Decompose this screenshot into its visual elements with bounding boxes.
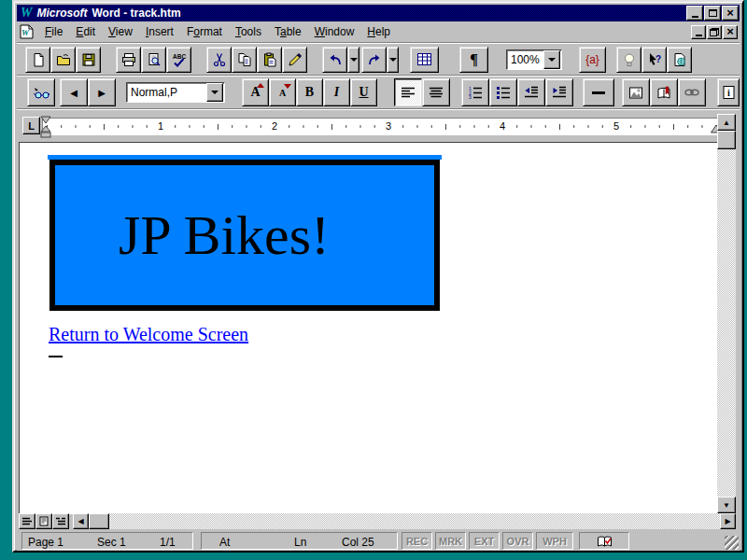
spelling-button[interactable]: ABC <box>166 47 191 73</box>
scroll-right-button[interactable]: ▶ <box>720 513 736 529</box>
document-page[interactable]: JP Bikes! Return to Welcome Screen <box>19 142 718 514</box>
bold-button[interactable]: B <box>296 78 323 106</box>
tip-bulb-icon <box>622 52 637 67</box>
minimize-button[interactable] <box>686 6 703 21</box>
redo-button[interactable] <box>361 47 387 73</box>
go-forward-button[interactable]: ▶ <box>88 78 116 106</box>
left-arrow-icon: ◀ <box>78 517 83 525</box>
horizontal-rule-button[interactable] <box>583 78 614 106</box>
chevron-down-icon <box>350 58 358 62</box>
mode-mrk[interactable]: MRK <box>435 532 466 550</box>
menu-file[interactable]: File <box>38 23 69 40</box>
menu-edit[interactable]: Edit <box>69 23 102 40</box>
horizontal-scroll-track[interactable] <box>109 513 720 529</box>
cut-button[interactable] <box>206 47 232 73</box>
html-markup-button[interactable]: {a} <box>579 47 606 73</box>
style-combobox[interactable]: Normal,P <box>126 82 225 103</box>
resize-grip[interactable] <box>725 536 739 550</box>
style-value: Normal,P <box>127 86 205 99</box>
doc-restore-icon <box>710 28 719 36</box>
mode-ext[interactable]: EXT <box>469 532 500 550</box>
copy-button[interactable] <box>232 47 257 73</box>
mode-wph[interactable]: WPH <box>536 532 573 550</box>
save-button[interactable] <box>76 47 101 73</box>
page-layout-view-button[interactable] <box>35 513 52 529</box>
bookmark-button[interactable] <box>650 78 678 106</box>
ruler-strip[interactable]: 12345 <box>42 118 722 135</box>
go-back-button[interactable]: ◀ <box>60 78 88 106</box>
open-button[interactable] <box>50 47 76 73</box>
mode-ovr[interactable]: OVR <box>502 532 533 550</box>
menu-table[interactable]: Table <box>268 23 308 40</box>
underline-button[interactable]: U <box>350 78 377 106</box>
doc-close-button[interactable]: × <box>723 25 738 39</box>
hyperlink-button[interactable] <box>678 78 706 106</box>
help-button[interactable]: ? <box>641 47 667 73</box>
indent-markers-icon[interactable] <box>39 116 52 140</box>
decrease-indent-button[interactable] <box>517 78 545 106</box>
undo-dropdown-button[interactable] <box>347 47 359 73</box>
ruler-inch-2: 2 <box>270 119 279 133</box>
style-dropdown-button[interactable] <box>206 83 223 102</box>
menu-format[interactable]: Format <box>180 23 229 40</box>
web-view-button[interactable] <box>27 78 55 106</box>
new-document-button[interactable] <box>25 47 50 73</box>
banner-image[interactable]: JP Bikes! <box>49 160 440 311</box>
web-browse-button[interactable] <box>667 47 692 73</box>
redo-dropdown-button[interactable] <box>387 47 399 73</box>
welcome-screen-link[interactable]: Return to Welcome Screen <box>49 324 248 345</box>
scroll-down-button[interactable]: ▼ <box>717 497 736 513</box>
document-icon[interactable]: W <box>19 24 35 39</box>
normal-view-button[interactable] <box>19 513 35 529</box>
italic-button[interactable]: I <box>323 78 350 106</box>
format-painter-button[interactable] <box>282 47 307 73</box>
menu-view[interactable]: View <box>102 23 139 40</box>
decrease-font-button[interactable]: A <box>269 78 296 106</box>
insert-picture-button[interactable] <box>622 78 650 106</box>
normal-view-icon <box>21 517 33 526</box>
numbered-list-icon: 123 <box>468 86 483 99</box>
right-arrow-icon: ▶ <box>725 517 730 525</box>
section-indicator: Sec 1 <box>97 536 126 549</box>
increase-font-button[interactable]: A <box>242 78 269 106</box>
print-preview-button[interactable] <box>141 47 166 73</box>
menu-tools[interactable]: Tools <box>229 23 268 40</box>
vertical-scroll-track[interactable] <box>717 149 736 497</box>
maximize-button[interactable] <box>704 6 721 21</box>
zoom-dropdown-button[interactable] <box>543 50 560 69</box>
scroll-up-button[interactable]: ▲ <box>717 114 736 131</box>
numbered-list-button[interactable]: 123 <box>461 78 489 106</box>
show-paragraph-marks-button[interactable]: ¶ <box>459 47 488 73</box>
horizontal-scroll-thumb[interactable] <box>89 513 109 529</box>
zoom-combobox[interactable]: 100% <box>506 49 562 70</box>
undo-button[interactable] <box>322 47 347 73</box>
print-button[interactable] <box>116 47 141 73</box>
menu-window[interactable]: Window <box>308 23 361 40</box>
doc-restore-button[interactable] <box>707 25 722 39</box>
html-document-info-button[interactable]: i <box>717 78 740 106</box>
bullet-list-button[interactable] <box>489 78 517 106</box>
vertical-scroll-thumb[interactable] <box>717 131 736 149</box>
chevron-down-icon <box>548 58 556 62</box>
outline-view-icon <box>55 517 66 526</box>
tab-selector-button[interactable]: L <box>22 117 40 134</box>
align-center-button[interactable] <box>422 78 450 106</box>
insert-table-button[interactable] <box>410 47 439 73</box>
align-left-icon <box>401 87 416 98</box>
up-arrow-icon: ▲ <box>723 119 730 127</box>
vertical-scrollbar[interactable]: ▲ ▼ <box>717 114 736 513</box>
close-button[interactable]: × <box>722 6 739 21</box>
increase-indent-button[interactable] <box>545 78 573 106</box>
align-left-button[interactable] <box>394 78 422 106</box>
menu-insert[interactable]: Insert <box>139 23 180 40</box>
column-indicator: Col 25 <box>342 536 374 549</box>
outline-view-button[interactable] <box>52 513 69 529</box>
scroll-left-button[interactable]: ◀ <box>73 513 89 529</box>
back-arrow-icon: ◀ <box>70 88 78 98</box>
title-bar[interactable]: W Microsoft Word - track.htm × <box>17 5 740 21</box>
doc-minimize-button[interactable] <box>691 25 706 39</box>
tip-wizard-button[interactable] <box>616 47 641 73</box>
menu-help[interactable]: Help <box>360 23 397 40</box>
paste-button[interactable] <box>257 47 282 73</box>
mode-rec[interactable]: REC <box>402 532 432 550</box>
